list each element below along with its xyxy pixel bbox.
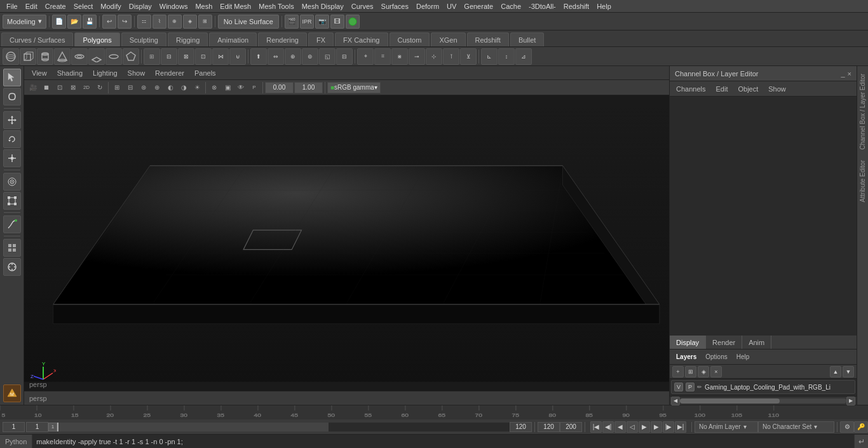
- sphere-icon-btn[interactable]: [3, 48, 19, 65]
- duplicate-icon-btn[interactable]: ⊟: [336, 48, 353, 65]
- ao-btn[interactable]: ◑: [177, 81, 190, 94]
- show-manip-btn[interactable]: [3, 192, 21, 210]
- cb-tab-object[interactable]: Object: [735, 84, 761, 94]
- cam-track-btn[interactable]: ⊡: [53, 81, 66, 94]
- menu-help[interactable]: Help: [593, 1, 615, 11]
- vp-menu-renderer[interactable]: Renderer: [151, 68, 188, 78]
- frame-field1-input[interactable]: [26, 422, 48, 432]
- move-tool-btn[interactable]: [3, 111, 21, 129]
- tab-curves-surfaces[interactable]: Curves / Surfaces: [1, 32, 73, 46]
- connect-icon-btn[interactable]: ⌖: [357, 48, 374, 65]
- tab-polygons[interactable]: Polygons: [74, 32, 119, 46]
- anim-keying-btn[interactable]: 🔑: [854, 421, 868, 433]
- help-tab[interactable]: Help: [734, 352, 752, 362]
- soft-select-btn[interactable]: [3, 173, 21, 191]
- flip-icon-btn[interactable]: ↕: [498, 48, 515, 65]
- layer-new-btn[interactable]: +: [672, 366, 684, 377]
- step-fwd-btn[interactable]: ▶: [651, 421, 662, 433]
- scroll-track[interactable]: [680, 398, 846, 404]
- layer-playback-btn[interactable]: P: [686, 383, 695, 391]
- boolean-icon-btn[interactable]: ⊡: [195, 48, 212, 65]
- snap-proj-btn[interactable]: ◈: [183, 15, 197, 29]
- cb-tab-channels[interactable]: Channels: [674, 84, 708, 94]
- menu-uv[interactable]: UV: [443, 1, 460, 11]
- menu-edit-mesh[interactable]: Edit Mesh: [216, 1, 255, 11]
- tab-animation[interactable]: Animation: [209, 32, 257, 46]
- menu-mesh[interactable]: Mesh: [191, 1, 216, 11]
- menu-generate[interactable]: Generate: [460, 1, 497, 11]
- menu-mesh-display[interactable]: Mesh Display: [298, 1, 348, 11]
- torus-icon-btn[interactable]: [71, 48, 88, 65]
- extrude-icon-btn[interactable]: ⬆: [250, 48, 267, 65]
- smooth-icon-btn[interactable]: ⋈: [212, 48, 229, 65]
- poly-count-btn[interactable]: P: [248, 81, 261, 94]
- menu-3dtoall[interactable]: -3DtoAll-: [525, 1, 560, 11]
- anim-max-input[interactable]: [560, 422, 582, 432]
- render3-btn[interactable]: 🎞: [330, 15, 344, 29]
- hide-btn[interactable]: 👁: [234, 81, 247, 94]
- right-scroll[interactable]: ◀ ▶: [670, 396, 857, 405]
- cb-minimize-btn[interactable]: _: [841, 70, 844, 78]
- bridge-icon-btn[interactable]: ⇔: [268, 48, 284, 65]
- cylinder-icon-btn[interactable]: [37, 48, 53, 65]
- canvas-area[interactable]: X Y Z persp: [24, 95, 669, 391]
- layer-visibility-btn[interactable]: V: [674, 383, 683, 391]
- combine-icon-btn[interactable]: ⊞: [144, 48, 160, 65]
- cone-icon-btn[interactable]: [54, 48, 71, 65]
- menu-curves[interactable]: Curves: [348, 1, 377, 11]
- menu-deform[interactable]: Deform: [412, 1, 443, 11]
- menu-redshift[interactable]: Redshift: [560, 1, 593, 11]
- tab-custom[interactable]: Custom: [390, 32, 430, 46]
- rp-tab-anim[interactable]: Anim: [742, 336, 771, 349]
- char-set-dropdown[interactable]: No Character Set ▾: [758, 421, 834, 433]
- reduce-icon-btn[interactable]: ⊌: [229, 48, 246, 65]
- tab-rigging[interactable]: Rigging: [168, 32, 208, 46]
- options-tab[interactable]: Options: [703, 352, 729, 362]
- wedge-icon-btn[interactable]: ◱: [319, 48, 336, 65]
- cb-close-btn[interactable]: ×: [848, 70, 851, 78]
- select-tool-btn[interactable]: [3, 69, 21, 86]
- multicomp-btn[interactable]: [3, 239, 21, 257]
- append-icon-btn[interactable]: ⊕: [285, 48, 301, 65]
- wireframe-btn[interactable]: ⊟: [124, 81, 137, 94]
- vp-menu-panels[interactable]: Panels: [191, 68, 220, 78]
- next-key-btn[interactable]: |▶: [663, 421, 674, 433]
- menu-windows[interactable]: Windows: [156, 1, 192, 11]
- cmd-enter-icon[interactable]: ↵: [854, 435, 868, 449]
- menu-mesh-tools[interactable]: Mesh Tools: [255, 1, 297, 11]
- rp-tab-display[interactable]: Display: [670, 336, 706, 349]
- xray-btn[interactable]: ⊕: [151, 81, 163, 94]
- plane-icon-btn[interactable]: [88, 48, 105, 65]
- anim-layer-dropdown[interactable]: No Anim Layer ▾: [695, 421, 758, 433]
- snap-view-btn[interactable]: ⊞: [198, 15, 212, 29]
- normals-icon-btn[interactable]: ⊿: [515, 48, 532, 65]
- collapse-icon-btn[interactable]: ⊸: [409, 48, 425, 65]
- bevel-icon-btn[interactable]: ⊻: [460, 48, 477, 65]
- timeline-ruler[interactable]: 5 10 15 20 25 30 35 40 45 50 55 60 65 70…: [0, 405, 868, 419]
- menu-surfaces[interactable]: Surfaces: [377, 1, 412, 11]
- fill-icon-btn[interactable]: ⊚: [302, 48, 318, 65]
- menu-edit[interactable]: Edit: [22, 1, 41, 11]
- sculpt-btn[interactable]: [3, 215, 21, 233]
- end-frame-input[interactable]: [510, 422, 532, 432]
- current-frame-input[interactable]: [3, 422, 25, 432]
- vp-menu-lighting[interactable]: Lighting: [89, 68, 121, 78]
- scroll-right-btn[interactable]: ▶: [846, 397, 855, 405]
- layer-move-up-btn[interactable]: ▲: [830, 366, 841, 377]
- tab-fx[interactable]: FX: [308, 32, 334, 46]
- menu-display[interactable]: Display: [125, 1, 156, 11]
- snap-mode-btn[interactable]: [3, 258, 21, 276]
- layer-move-down-btn[interactable]: ▼: [843, 366, 854, 377]
- tab-fx-caching[interactable]: FX Caching: [335, 32, 388, 46]
- select-icon-btn[interactable]: ⊾: [481, 48, 498, 65]
- play-fwd-btn[interactable]: ▶: [639, 421, 650, 433]
- no-live-surface-btn[interactable]: No Live Surface: [218, 15, 279, 29]
- render-btn[interactable]: 🎬: [285, 15, 299, 29]
- scroll-left-btn[interactable]: ◀: [671, 397, 680, 405]
- menu-select[interactable]: Select: [70, 1, 97, 11]
- anim-end-input[interactable]: [538, 422, 560, 432]
- light-btn[interactable]: ☀: [191, 81, 203, 94]
- ipr-btn[interactable]: IPR: [300, 15, 314, 29]
- vp-menu-shading[interactable]: Shading: [53, 68, 86, 78]
- platonic-icon-btn[interactable]: [123, 48, 139, 65]
